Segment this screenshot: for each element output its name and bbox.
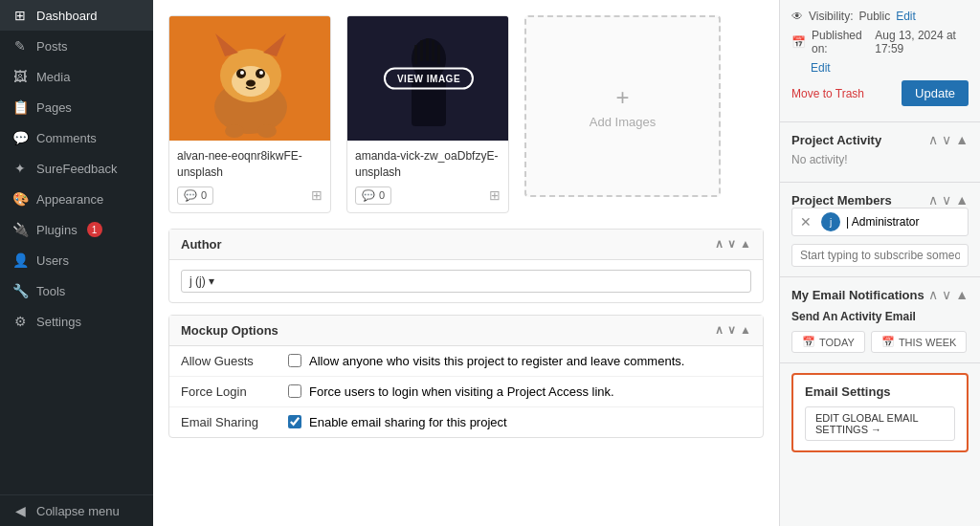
activity-up[interactable]: ∧ xyxy=(928,132,938,147)
sidebar-item-users[interactable]: 👤 Users xyxy=(0,245,153,275)
sidebar-item-settings[interactable]: ⚙ Settings xyxy=(0,306,153,337)
image-settings-icon-2[interactable]: ⊞ xyxy=(489,187,501,203)
card-footer-1: alvan-nee-eoqnr8ikwFE-unsplash 💬 0 ⊞ xyxy=(169,141,330,212)
svg-point-10 xyxy=(246,80,256,87)
collapse-icon: ◀ xyxy=(11,503,29,518)
sidebar-item-pages[interactable]: 📋 Pages xyxy=(0,92,153,122)
email-notif-header: My Email Notifications ∧ ∨ ▲ xyxy=(791,287,969,302)
author-close[interactable]: ▲ xyxy=(740,237,751,251)
subscribe-input[interactable] xyxy=(791,244,969,267)
author-title: Author xyxy=(181,237,222,252)
published-label: Published on: xyxy=(812,29,869,55)
image-card-2: VIEW IMAGE amanda-vick-zw_oaDbfzyE-unspl… xyxy=(346,15,509,213)
svg-rect-20 xyxy=(437,45,440,64)
tools-icon: 🔧 xyxy=(11,283,29,298)
image-actions-1: 💬 0 ⊞ xyxy=(177,186,323,205)
sidebar-item-tools[interactable]: 🔧 Tools xyxy=(0,275,153,306)
sidebar: ⊞ Dashboard ✎ Posts 🖼 Media 📋 Pages 💬 Co… xyxy=(0,0,153,526)
sidebar-item-comments[interactable]: 💬 Comments xyxy=(0,122,153,153)
members-down[interactable]: ∨ xyxy=(942,192,951,208)
mockup-section-controls: ∧ ∨ ▲ xyxy=(715,323,751,337)
comment-badge-1[interactable]: 💬 0 xyxy=(177,186,213,205)
publish-block: 👁 Visibility: Public Edit 📅 Published on… xyxy=(780,0,980,122)
force-login-label: Force Login xyxy=(181,384,277,399)
card-footer-2: amanda-vick-zw_oaDbfzyE-unsplash 💬 0 ⊞ xyxy=(347,141,508,212)
svg-rect-18 xyxy=(426,38,429,61)
email-sharing-label: Email Sharing xyxy=(181,415,277,429)
trash-button[interactable]: Move to Trash xyxy=(791,87,864,100)
today-button[interactable]: 📅 TODAY xyxy=(791,331,865,353)
send-activity-label: Send An Activity Email xyxy=(791,310,969,323)
comment-count-1: 0 xyxy=(201,189,207,201)
mockup-collapse-up[interactable]: ∧ xyxy=(715,323,724,337)
image-card-1: alvan-nee-eoqnr8ikwFE-unsplash 💬 0 ⊞ xyxy=(168,15,331,213)
member-avatar: j xyxy=(821,212,840,231)
svg-point-11 xyxy=(225,124,244,138)
main-content: alvan-nee-eoqnr8ikwFE-unsplash 💬 0 ⊞ xyxy=(153,0,980,526)
project-activity-header: Project Activity ∧ ∨ ▲ xyxy=(791,132,969,147)
allow-guests-checkbox[interactable] xyxy=(288,354,301,367)
mockup-collapse-down[interactable]: ∨ xyxy=(727,323,736,337)
email-sharing-text: Enable email sharing for this project xyxy=(309,415,507,429)
allow-guests-text: Allow anyone who visits this project to … xyxy=(309,354,684,368)
email-settings-title: Email Settings xyxy=(805,384,955,399)
image-thumbnail-1 xyxy=(169,16,331,141)
member-chip: ✕ j | Administrator xyxy=(791,208,969,236)
mockup-section-header: Mockup Options ∧ ∨ ▲ xyxy=(169,316,763,346)
email-sharing-checkbox[interactable] xyxy=(288,415,301,428)
force-login-control: Force users to login when visiting a Pro… xyxy=(288,384,614,399)
mockup-title: Mockup Options xyxy=(181,323,278,338)
eye-icon: 👁 xyxy=(791,10,803,23)
update-button[interactable]: Update xyxy=(902,80,969,106)
author-collapse-down[interactable]: ∨ xyxy=(727,237,736,251)
allow-guests-label: Allow Guests xyxy=(181,354,277,368)
sidebar-item-media[interactable]: 🖼 Media xyxy=(0,61,153,92)
edit-global-email-button[interactable]: EDIT GLOBAL EMAIL SETTINGS → xyxy=(805,406,955,441)
visibility-label: Visibility: xyxy=(809,10,853,23)
svg-rect-17 xyxy=(420,40,423,61)
email-sharing-control: Enable email sharing for this project xyxy=(288,415,507,429)
image-title-2: amanda-vick-zw_oaDbfzyE-unsplash xyxy=(355,148,501,181)
email-notif-down[interactable]: ∨ xyxy=(942,287,951,302)
add-images-label: Add Images xyxy=(590,115,656,129)
visibility-edit-link[interactable]: Edit xyxy=(896,10,916,23)
sidebar-item-plugins[interactable]: 🔌 Plugins 1 xyxy=(0,214,153,245)
published-edit-link[interactable]: Edit xyxy=(811,61,831,75)
mockup-close[interactable]: ▲ xyxy=(740,323,751,337)
comments-icon: 💬 xyxy=(11,130,29,145)
svg-rect-19 xyxy=(432,40,434,61)
image-thumbnail-2: VIEW IMAGE xyxy=(347,16,509,141)
view-image-button[interactable]: VIEW IMAGE xyxy=(384,68,474,90)
email-notif-up[interactable]: ∧ xyxy=(928,287,938,302)
author-section-controls: ∧ ∨ ▲ xyxy=(715,237,751,251)
sidebar-item-surefeedback[interactable]: ✦ SureFeedback xyxy=(0,153,153,184)
mockup-row-allow-guests: Allow Guests Allow anyone who visits thi… xyxy=(169,346,763,377)
email-notif-title: My Email Notifications xyxy=(791,288,924,302)
comment-badge-2[interactable]: 💬 0 xyxy=(355,186,391,205)
force-login-checkbox[interactable] xyxy=(288,384,301,398)
member-remove[interactable]: ✕ xyxy=(800,214,812,230)
author-select[interactable]: j (j) ▾ xyxy=(181,270,751,293)
mockup-section: Mockup Options ∧ ∨ ▲ Allow Guests Allow … xyxy=(168,315,764,438)
author-collapse-up[interactable]: ∧ xyxy=(715,237,724,251)
this-week-button[interactable]: 📅 THIS WEEK xyxy=(871,331,968,353)
activity-close[interactable]: ▲ xyxy=(955,132,969,147)
sidebar-item-collapse[interactable]: ◀ Collapse menu xyxy=(0,494,153,526)
allow-guests-control: Allow anyone who visits this project to … xyxy=(288,354,684,368)
activity-down[interactable]: ∨ xyxy=(942,132,951,147)
author-section: Author ∧ ∨ ▲ j (j) ▾ xyxy=(168,229,764,303)
project-members-header: Project Members ∧ ∨ ▲ xyxy=(791,192,969,208)
sidebar-item-dashboard[interactable]: ⊞ Dashboard xyxy=(0,0,153,31)
image-settings-icon-1[interactable]: ⊞ xyxy=(311,187,323,203)
right-sidebar: 👁 Visibility: Public Edit 📅 Published on… xyxy=(779,0,980,526)
project-members-controls: ∧ ∨ ▲ xyxy=(928,192,969,208)
sidebar-item-posts[interactable]: ✎ Posts xyxy=(0,31,153,61)
members-close[interactable]: ▲ xyxy=(955,192,969,208)
users-icon: 👤 xyxy=(11,252,29,268)
add-images-button[interactable]: + Add Images xyxy=(524,15,721,197)
email-notif-close[interactable]: ▲ xyxy=(955,287,969,302)
sidebar-item-appearance[interactable]: 🎨 Appearance xyxy=(0,184,153,214)
members-up[interactable]: ∧ xyxy=(928,192,938,208)
published-date: Aug 13, 2024 at 17:59 xyxy=(875,29,969,55)
today-icon: 📅 xyxy=(802,336,815,348)
